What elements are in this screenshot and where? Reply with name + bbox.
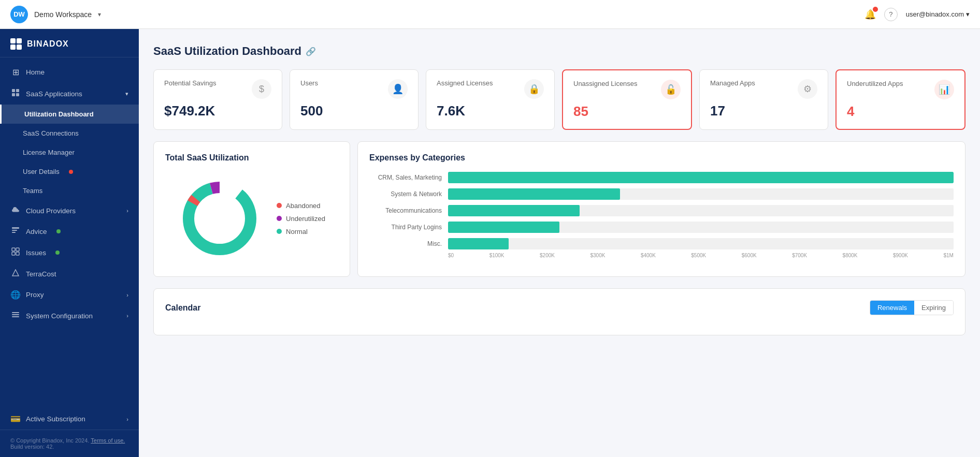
proxy-chevron-icon: ›	[126, 292, 128, 298]
logo-grid-icon	[10, 38, 22, 50]
sidebar-item-home[interactable]: ⊞ Home	[0, 62, 139, 83]
help-icon[interactable]: ?	[884, 8, 898, 21]
issues-icon	[10, 247, 21, 258]
stat-card-unassigned-licenses[interactable]: Unassigned Licenses 🔓 85	[562, 69, 692, 130]
sidebar-item-saas-connections[interactable]: SaaS Connections	[0, 124, 139, 143]
user-details-dot	[69, 170, 73, 174]
stat-card-potential-savings[interactable]: Potential Savings $ $749.2K	[153, 69, 282, 130]
sidebar: BINADOX ⊞ Home SaaS Applications ▾ Utili…	[0, 29, 139, 457]
bar-axis-label: $100K	[489, 253, 505, 258]
user-chevron-icon: ▾	[966, 10, 970, 18]
stat-card-header: Unassigned Licenses 🔓	[573, 80, 681, 99]
page-title-text: SaaS Utilization Dashboard	[153, 45, 301, 58]
sidebar-item-license-manager[interactable]: License Manager	[0, 143, 139, 162]
active-subscription-label: Active Subscription	[26, 415, 85, 423]
bar-axis-label: $500K	[691, 253, 706, 258]
sidebar-item-cloud-providers[interactable]: Cloud Providers ›	[0, 200, 139, 221]
bar-category-label: Misc.	[369, 240, 442, 247]
stat-card-managed-apps[interactable]: Managed Apps ⚙ 17	[699, 69, 828, 130]
bar-chart-title: Expenses by Categories	[369, 153, 954, 163]
bar-axis-label: $900K	[893, 253, 908, 258]
donut-chart-title: Total SaaS Utilization	[165, 153, 338, 163]
svg-rect-6	[12, 232, 16, 233]
svg-rect-4	[12, 227, 19, 229]
svg-rect-0	[12, 89, 15, 92]
stat-card-header: Underutilized Apps 📊	[847, 80, 954, 99]
stat-label: Underutilized Apps	[847, 80, 903, 89]
workspace-chevron-icon[interactable]: ▾	[98, 11, 101, 18]
workspace-avatar: DW	[10, 6, 28, 23]
stat-icon: 🔒	[524, 79, 544, 99]
workspace-name: Demo Workspace	[34, 10, 92, 19]
advice-icon	[10, 227, 21, 236]
sidebar-nav: ⊞ Home SaaS Applications ▾ Utilization D…	[0, 57, 139, 408]
sidebar-item-active-subscription[interactable]: 💳 Active Subscription ›	[0, 408, 139, 430]
user-details-label: User Details	[23, 168, 60, 175]
sidebar-item-terracost[interactable]: TerraCost	[0, 263, 139, 284]
sidebar-item-teams[interactable]: Teams	[0, 181, 139, 200]
cloud-providers-icon	[10, 206, 21, 215]
bar-track	[448, 188, 954, 200]
bar-axis: $0$100K$200K$300K$400K$500K$600K$700K$80…	[369, 253, 954, 258]
donut-chart-card: Total SaaS Utilization Abandoned	[153, 141, 350, 277]
cloud-providers-label: Cloud Providers	[26, 207, 76, 215]
sidebar-item-issues[interactable]: Issues	[0, 242, 139, 263]
sidebar-footer: © Copyright Binadox, Inc 2024. Terms of …	[0, 430, 139, 457]
normal-label: Normal	[286, 228, 308, 235]
calendar-header: Calendar RenewalsExpiring	[165, 300, 954, 315]
issues-dot	[55, 250, 60, 255]
stat-card-assigned-licenses[interactable]: Assigned Licenses 🔒 7.6K	[426, 69, 555, 130]
bar-axis-label: $600K	[742, 253, 757, 258]
stat-label: Users	[300, 79, 318, 88]
bar-chart-body: CRM, Sales, Marketing System & Network T…	[369, 172, 954, 249]
bar-chart-card: Expenses by Categories CRM, Sales, Marke…	[357, 141, 965, 277]
stat-label: Potential Savings	[164, 79, 216, 88]
sidebar-item-utilization-dashboard[interactable]: Utilization Dashboard	[0, 105, 139, 124]
legend-underutilized: Underutilized	[277, 215, 325, 223]
advice-dot	[56, 229, 61, 233]
bar-axis-label: $1M	[943, 253, 953, 258]
terms-link[interactable]: Terms of use.	[91, 437, 125, 444]
bar-track	[448, 238, 954, 249]
sidebar-item-user-details[interactable]: User Details	[0, 162, 139, 181]
link-icon[interactable]: 🔗	[306, 47, 316, 56]
proxy-icon: 🌐	[10, 290, 21, 300]
stat-cards-row: Potential Savings $ $749.2K Users 👤 500 …	[153, 69, 965, 130]
stat-card-underutilized-apps[interactable]: Underutilized Apps 📊 4	[835, 69, 965, 130]
teams-label: Teams	[23, 187, 42, 195]
calendar-title: Calendar	[165, 303, 200, 313]
calendar-tab-expiring[interactable]: Expiring	[914, 301, 953, 315]
bar-fill	[448, 238, 509, 249]
cloud-providers-chevron-icon: ›	[126, 208, 128, 214]
stat-icon: 👤	[388, 79, 408, 99]
terracost-label: TerraCost	[26, 270, 56, 278]
utilization-dashboard-label: Utilization Dashboard	[24, 110, 94, 118]
svg-rect-8	[16, 248, 19, 251]
bar-row: CRM, Sales, Marketing	[369, 172, 954, 183]
notification-badge	[873, 7, 878, 12]
stat-label: Unassigned Licenses	[573, 80, 638, 89]
bar-axis-label: $300K	[590, 253, 605, 258]
bar-category-label: System & Network	[369, 190, 442, 198]
calendar-tab-renewals[interactable]: Renewals	[870, 301, 914, 315]
stat-card-header: Potential Savings $	[164, 79, 271, 99]
page-title: SaaS Utilization Dashboard 🔗	[153, 45, 965, 58]
bar-axis-label: $200K	[540, 253, 555, 258]
main-layout: BINADOX ⊞ Home SaaS Applications ▾ Utili…	[0, 29, 980, 457]
bar-axis-label: $0	[448, 253, 454, 258]
notification-icon[interactable]: 🔔	[864, 9, 876, 20]
sidebar-item-saas-applications[interactable]: SaaS Applications ▾	[0, 83, 139, 105]
stat-label: Managed Apps	[710, 79, 755, 88]
stat-icon: $	[252, 79, 271, 99]
sidebar-item-proxy[interactable]: 🌐 Proxy ›	[0, 284, 139, 305]
saas-connections-label: SaaS Connections	[23, 129, 79, 137]
bar-row: Misc.	[369, 238, 954, 249]
bar-track	[448, 205, 954, 216]
bar-row: System & Network	[369, 188, 954, 200]
user-menu[interactable]: user@binadox.com ▾	[906, 10, 970, 18]
sidebar-item-advice[interactable]: Advice	[0, 221, 139, 242]
svg-rect-10	[16, 252, 19, 255]
stat-card-users[interactable]: Users 👤 500	[290, 69, 419, 130]
sidebar-item-system-configuration[interactable]: System Configuration ›	[0, 305, 139, 326]
abandoned-label: Abandoned	[286, 202, 321, 210]
